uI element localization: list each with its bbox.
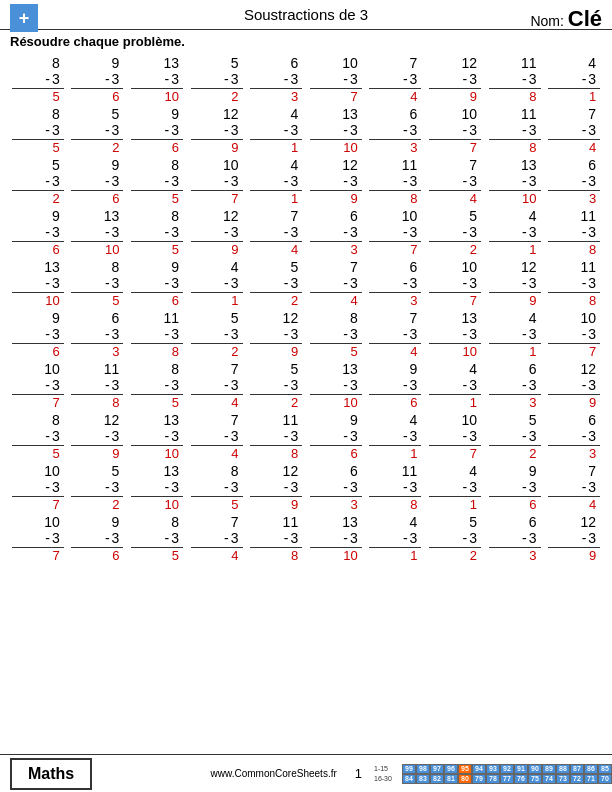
problem: 11- 38 [489,106,541,155]
number2: 3 [231,71,239,87]
answer: 10 [310,395,362,410]
problem: 11- 38 [369,157,421,206]
number2-row: - 3 [131,377,183,395]
number2: 3 [52,377,60,393]
answer: 10 [131,446,183,461]
answer: 7 [429,140,481,155]
answer: 3 [250,89,302,104]
problem: 7- 34 [369,310,421,359]
number2: 3 [52,224,60,240]
number1: 4 [369,514,421,530]
number2-row: - 3 [489,122,541,140]
maths-badge: Maths [10,758,92,790]
minus-sign: - [105,71,110,87]
number1: 8 [12,55,64,71]
number2: 3 [588,224,596,240]
problem: 10- 37 [429,106,481,155]
minus-sign: - [165,71,170,87]
minus-sign: - [343,479,348,495]
number1: 5 [191,55,243,71]
number2: 3 [171,122,179,138]
minus-sign: - [284,224,289,240]
score-cell: 72 [570,774,584,784]
number2: 3 [171,275,179,291]
number1: 9 [71,514,123,530]
number2-row: - 3 [548,71,600,89]
score-cell: 73 [556,774,570,784]
answer: 7 [548,344,600,359]
number1: 9 [310,412,362,428]
number2: 3 [52,122,60,138]
minus-sign: - [522,479,527,495]
number2: 3 [350,173,358,189]
number1: 4 [489,208,541,224]
number2-row: - 3 [131,530,183,548]
number2: 3 [529,377,537,393]
number2: 3 [529,224,537,240]
problem: 4- 31 [489,208,541,257]
number2-row: - 3 [12,275,64,293]
minus-sign: - [462,377,467,393]
problem: 13- 310 [131,412,183,461]
answer: 3 [489,548,541,563]
number1: 10 [548,310,600,326]
answer: 8 [548,293,600,308]
problem: 8- 35 [12,106,64,155]
answer: 9 [250,344,302,359]
number1: 13 [489,157,541,173]
answer: 2 [489,446,541,461]
nom-area: Nom: Clé [530,6,602,32]
minus-sign: - [284,479,289,495]
answer: 2 [12,191,64,206]
number2: 3 [529,173,537,189]
minus-sign: - [343,530,348,546]
number2-row: - 3 [429,71,481,89]
number2: 3 [231,224,239,240]
minus-sign: - [224,530,229,546]
problem: 5- 32 [71,463,123,512]
minus-sign: - [165,122,170,138]
problem-row: 8- 355- 329- 3612- 394- 3113- 3106- 3310… [8,106,604,155]
number1: 11 [250,412,302,428]
score-cell: 80 [458,774,472,784]
answer: 7 [12,548,64,563]
minus-sign: - [343,173,348,189]
answer: 10 [429,344,481,359]
minus-sign: - [343,326,348,342]
problem: 10- 37 [12,514,64,563]
answer: 2 [250,293,302,308]
answer: 6 [71,191,123,206]
number1: 13 [131,412,183,428]
minus-sign: - [522,428,527,444]
number2: 3 [171,326,179,342]
number2: 3 [171,173,179,189]
minus-sign: - [165,275,170,291]
problem: 10- 37 [310,55,362,104]
number2: 3 [112,173,120,189]
problem: 6- 33 [369,106,421,155]
number1: 12 [191,208,243,224]
number1: 11 [369,463,421,479]
number1: 10 [429,106,481,122]
answer: 8 [489,140,541,155]
number1: 12 [310,157,362,173]
answer: 5 [191,497,243,512]
answer: 1 [250,191,302,206]
number1: 5 [429,208,481,224]
number2-row: - 3 [12,326,64,344]
answer: 6 [12,242,64,257]
number2-row: - 3 [250,224,302,242]
score-cell: 90 [528,764,542,774]
number1: 11 [250,514,302,530]
number2-row: - 3 [250,71,302,89]
answer: 1 [548,89,600,104]
answer: 8 [71,395,123,410]
answer: 8 [369,497,421,512]
number1: 6 [310,463,362,479]
number2: 3 [588,428,596,444]
number2-row: - 3 [310,122,362,140]
problem: 5- 32 [429,208,481,257]
number2-row: - 3 [429,173,481,191]
minus-sign: - [105,122,110,138]
minus-sign: - [462,122,467,138]
